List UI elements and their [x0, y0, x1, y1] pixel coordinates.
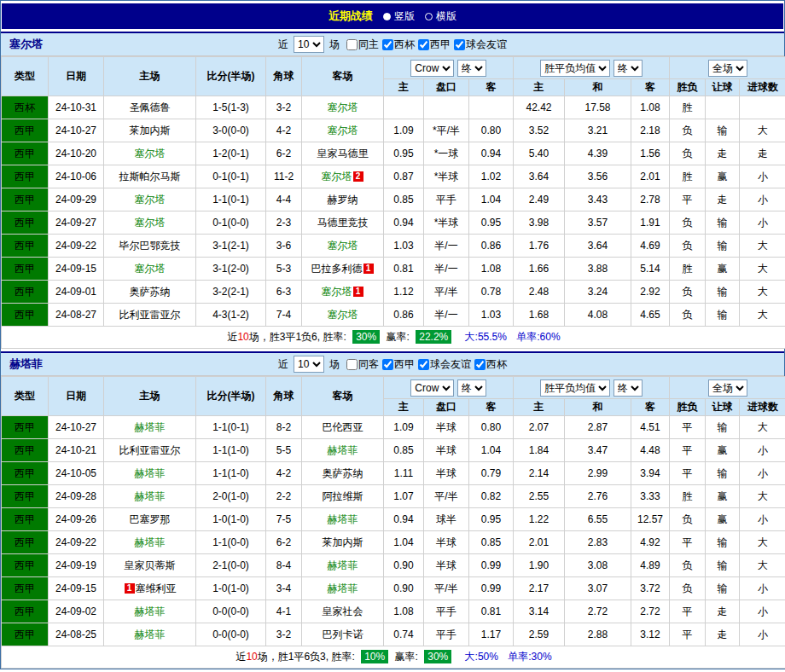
date-cell: 24-09-27 — [49, 211, 104, 235]
team-link[interactable]: 塞尔塔 — [135, 194, 166, 206]
score-cell: 1-1(1-0) — [196, 462, 266, 485]
avg-away-cell: 12.57 — [631, 508, 670, 531]
team-name-title[interactable]: 赫塔菲 — [9, 356, 43, 372]
match-row: 西杯24-10-31圣佩德鲁1-5(1-3)3-2塞尔塔42.4217.581.… — [2, 96, 785, 119]
recent-count-select[interactable]: 10 — [294, 356, 324, 373]
filter-checkbox-item[interactable]: 同客 — [346, 357, 379, 372]
team-link[interactable]: 奥萨苏纳 — [130, 286, 171, 298]
avg-final-select[interactable]: 终 — [613, 379, 643, 397]
filter-checkbox-item[interactable]: 球会友谊 — [418, 357, 471, 372]
filter-checkbox-item[interactable]: 同主 — [346, 38, 379, 52]
team-link[interactable]: 赫塔菲 — [135, 490, 166, 502]
team-link[interactable]: 巴拉多利德 — [311, 263, 363, 275]
team-link[interactable]: 比利亚雷亚尔 — [119, 444, 181, 456]
scope-select[interactable]: 全场 — [708, 379, 747, 397]
filter-checkbox-item[interactable]: 西甲 — [418, 38, 451, 52]
odds-source-select[interactable]: Crow — [410, 60, 454, 77]
date-cell: 24-08-25 — [49, 623, 104, 646]
match-row: 西甲24-09-19皇家贝蒂斯2-1(0-0)8-4赫塔菲0.90半球0.991… — [2, 554, 785, 577]
filter-checkbox-item[interactable]: 西杯 — [382, 38, 415, 52]
team-link[interactable]: 塞维利亚 — [136, 582, 177, 594]
handicap-cell: 球半 — [424, 508, 469, 531]
checkbox-icon[interactable] — [346, 359, 358, 370]
team-link[interactable]: 塞尔塔 — [328, 309, 358, 321]
team-link[interactable]: 赫塔菲 — [135, 467, 166, 479]
team-link[interactable]: 赫塔菲 — [328, 513, 358, 525]
result-cell: 平 — [670, 600, 706, 623]
avg-type-select[interactable]: 胜平负均值 — [540, 379, 610, 397]
avg-type-select[interactable]: 胜平负均值 — [540, 60, 610, 77]
checkbox-icon[interactable] — [346, 39, 358, 50]
team-link[interactable]: 阿拉维斯 — [323, 490, 363, 502]
team-link[interactable]: 塞尔塔 — [322, 171, 352, 182]
col-score: 比分(半场) — [196, 377, 266, 416]
team-link[interactable]: 塞尔塔 — [135, 148, 166, 159]
checkbox-icon[interactable] — [418, 39, 429, 50]
team-link[interactable]: 赫塔菲 — [328, 559, 358, 571]
team-link[interactable]: 比利亚雷亚尔 — [119, 309, 181, 321]
team-link[interactable]: 塞尔塔 — [135, 263, 166, 275]
avg-home-cell: 42.42 — [514, 96, 565, 119]
team-link[interactable]: 塞尔塔 — [322, 286, 352, 298]
odds-source-select[interactable]: Crow — [410, 379, 454, 397]
checkbox-icon[interactable] — [382, 359, 393, 370]
team-link[interactable]: 皇家贝蒂斯 — [125, 559, 176, 571]
team-link[interactable]: 塞尔塔 — [328, 125, 358, 136]
odds-final-select[interactable]: 终 — [457, 60, 486, 77]
recent-count-select[interactable]: 10 — [294, 36, 324, 53]
team-link[interactable]: 奥萨苏纳 — [323, 467, 363, 479]
team-link[interactable]: 赫塔菲 — [135, 421, 166, 433]
team-link[interactable]: 赫塔菲 — [328, 444, 358, 456]
team-link[interactable]: 莱加内斯 — [323, 536, 363, 548]
col-result: 胜负 — [670, 399, 706, 416]
team-link[interactable]: 塞尔塔 — [135, 217, 166, 229]
team-name-title[interactable]: 塞尔塔 — [9, 37, 43, 52]
team-link[interactable]: 拉斯帕尔马斯 — [119, 171, 181, 182]
team-link[interactable]: 塞尔塔 — [328, 240, 358, 252]
checkbox-icon[interactable] — [382, 39, 393, 50]
col-home: 主场 — [104, 377, 196, 416]
avg-final-select[interactable]: 终 — [613, 60, 643, 77]
avg-away-cell: 3.94 — [631, 462, 670, 485]
odds-away-cell: 1.08 — [469, 258, 514, 281]
team-link[interactable]: 巴伦西亚 — [323, 421, 363, 433]
team-link[interactable]: 莱加内斯 — [130, 125, 171, 136]
checkbox-icon[interactable] — [454, 39, 465, 50]
odds-home-cell: 0.74 — [384, 623, 424, 646]
filter-checkbox-item[interactable]: 球会友谊 — [454, 38, 507, 52]
radio-label: 横版 — [436, 9, 456, 24]
avg-home-cell: 3.98 — [514, 211, 565, 235]
team-link[interactable]: 马德里竞技 — [317, 217, 369, 229]
date-cell: 24-09-19 — [49, 554, 104, 577]
team-link[interactable]: 圣佩德鲁 — [130, 101, 171, 113]
checkbox-icon[interactable] — [418, 359, 429, 370]
filter-checkbox-item[interactable]: 西甲 — [382, 357, 415, 372]
team-link[interactable]: 赫塔菲 — [135, 629, 166, 640]
date-cell: 24-10-20 — [49, 142, 104, 165]
team-link[interactable]: 赫塔菲 — [135, 605, 166, 617]
league-type-cell: 西甲 — [2, 577, 49, 600]
avg-away-cell: 4.51 — [631, 416, 670, 439]
filter-label: 西甲 — [430, 38, 451, 52]
team-link[interactable]: 皇家马德里 — [317, 148, 369, 159]
avg-away-cell: 4.48 — [631, 439, 670, 462]
checkbox-icon[interactable] — [474, 359, 486, 370]
scope-select[interactable]: 全场 — [708, 60, 747, 77]
team-link[interactable]: 赫塔菲 — [135, 536, 166, 548]
odds-final-select[interactable]: 终 — [457, 379, 486, 397]
team-link[interactable]: 巴列卡诺 — [323, 629, 363, 640]
team-link[interactable]: 巴塞罗那 — [130, 513, 171, 525]
team-link[interactable]: 毕尔巴鄂竞技 — [119, 240, 181, 252]
team-link[interactable]: 塞尔塔 — [328, 101, 358, 113]
filter-checkbox-group: 同主西杯西甲球会友谊 — [343, 38, 507, 52]
team-link[interactable]: 赫塔菲 — [328, 582, 358, 594]
odds-away-cell: 0.95 — [469, 508, 514, 531]
radio-icon — [425, 13, 433, 20]
filter-checkbox-item[interactable]: 西杯 — [474, 357, 507, 372]
avg-draw-cell: 4.08 — [565, 304, 631, 327]
layout-radio-selected[interactable]: 竖版 — [383, 9, 415, 24]
goals-result-cell: 大 — [740, 258, 785, 281]
team-link[interactable]: 赫罗纳 — [328, 194, 358, 206]
team-link[interactable]: 皇家社会 — [323, 605, 363, 617]
layout-radio-option[interactable]: 横版 — [425, 9, 456, 24]
